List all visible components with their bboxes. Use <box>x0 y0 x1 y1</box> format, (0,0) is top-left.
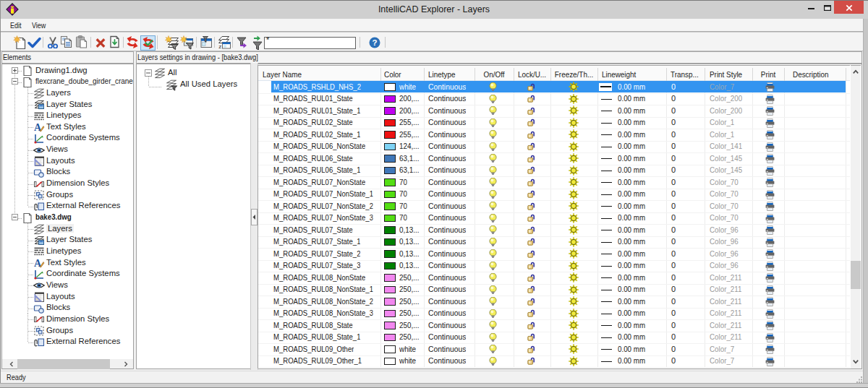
svg-text:z: z <box>218 43 221 50</box>
